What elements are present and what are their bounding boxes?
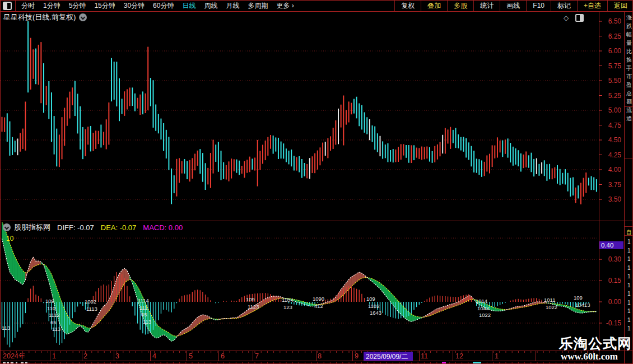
svg-text:8: 8 xyxy=(318,352,322,360)
svg-text:113: 113 xyxy=(52,326,60,332)
chart-title-row: 星星科技(日线.前复权) xyxy=(3,12,87,22)
svg-text:412: 412 xyxy=(314,303,323,309)
watermark-site-name: 乐淘公式网 xyxy=(559,337,632,351)
svg-text:1092: 1092 xyxy=(85,298,96,305)
layout-panel-icon[interactable] xyxy=(575,14,584,22)
svg-text:6.50: 6.50 xyxy=(608,17,622,25)
svg-text:12: 12 xyxy=(455,352,463,360)
svg-text:4: 4 xyxy=(152,352,156,360)
watermark: 乐淘公式网 www.60lt.com xyxy=(559,337,632,361)
svg-text:6.25: 6.25 xyxy=(608,32,622,40)
svg-text:0.40: 0.40 xyxy=(601,242,613,249)
svg-text:1113: 1113 xyxy=(86,306,97,312)
svg-text:6.00: 6.00 xyxy=(608,47,622,55)
period-button-9[interactable]: 多周期 xyxy=(248,1,268,11)
period-button-8[interactable]: 月线 xyxy=(226,1,239,11)
svg-text:0.30: 0.30 xyxy=(608,255,622,263)
window-icon[interactable] xyxy=(3,2,12,10)
svg-text:109: 109 xyxy=(246,296,255,302)
svg-text:65: 65 xyxy=(50,319,57,325)
svg-text:1643: 1643 xyxy=(370,310,381,316)
svg-text:1104: 1104 xyxy=(282,297,293,303)
indicator-field-0: DIFF: -0.07 xyxy=(57,223,94,232)
diamond-icon[interactable]: ◇ xyxy=(564,14,569,22)
indicator-name[interactable]: 股朋指标网 xyxy=(14,222,50,232)
svg-text:1: 1 xyxy=(495,352,499,360)
indicator-header: 股朋指标网 DIFF: -0.07DEA: -0.07MACD: 0.00 xyxy=(3,222,189,232)
svg-text:1090: 1090 xyxy=(313,296,324,302)
svg-text:4.75: 4.75 xyxy=(608,122,622,129)
trading-app-window: 1131091101112651131092111311141116511310… xyxy=(0,0,633,364)
right-strip-numbers: 11111111111 xyxy=(627,237,633,333)
action-button-2[interactable]: 多股 xyxy=(447,1,473,11)
right-strip-tab[interactable]: 自 xyxy=(626,228,632,236)
action-button-5[interactable]: F10 xyxy=(526,1,551,11)
svg-text:10413: 10413 xyxy=(575,302,590,308)
period-button-3[interactable]: 15分钟 xyxy=(94,1,115,11)
svg-text:1043: 1043 xyxy=(477,305,489,311)
period-buttons: 分时1分钟5分钟15分钟30分钟60分钟日线周线月线多周期更多 › xyxy=(15,1,302,11)
svg-text:4.25: 4.25 xyxy=(608,151,622,159)
svg-text:-0.15: -0.15 xyxy=(606,319,622,327)
svg-text:7: 7 xyxy=(255,352,259,360)
svg-text:5.25: 5.25 xyxy=(608,92,622,100)
svg-text:111: 111 xyxy=(139,305,147,311)
svg-text:2024年: 2024年 xyxy=(3,352,25,360)
svg-text:110: 110 xyxy=(47,305,55,311)
collapse-indicator-icon[interactable] xyxy=(3,223,11,231)
svg-text:10: 10 xyxy=(6,235,14,242)
action-button-8[interactable]: 返回 xyxy=(607,1,633,11)
svg-text:5.75: 5.75 xyxy=(608,62,622,70)
svg-text:9: 9 xyxy=(355,352,359,360)
svg-text:109: 109 xyxy=(366,296,375,302)
svg-text:1011: 1011 xyxy=(544,297,555,303)
action-button-1[interactable]: 叠加 xyxy=(421,1,447,11)
action-button-6[interactable]: 标记 xyxy=(551,1,577,11)
svg-text:4.50: 4.50 xyxy=(608,136,622,144)
action-button-4[interactable]: 画线 xyxy=(500,1,526,11)
indicator-values: DIFF: -0.07DEA: -0.07MACD: 0.00 xyxy=(57,223,189,232)
svg-text:1: 1 xyxy=(52,352,56,360)
svg-text:5: 5 xyxy=(189,352,193,360)
period-button-7[interactable]: 周线 xyxy=(204,1,217,11)
svg-text:3: 3 xyxy=(115,352,119,360)
period-button-5[interactable]: 60分钟 xyxy=(153,1,174,11)
period-button-4[interactable]: 30分钟 xyxy=(124,1,145,11)
svg-text:1114: 1114 xyxy=(138,297,149,304)
svg-text:0.15: 0.15 xyxy=(608,277,622,284)
svg-text:0.00: 0.00 xyxy=(608,298,622,306)
indicator-field-2: MACD: 0.00 xyxy=(143,223,183,232)
svg-text:109: 109 xyxy=(574,295,583,301)
chevron-down-icon[interactable] xyxy=(79,13,87,21)
period-button-6[interactable]: 日线 xyxy=(182,1,196,11)
svg-text:2025/09/09/二: 2025/09/09/二 xyxy=(366,353,408,361)
svg-text:1014: 1014 xyxy=(476,298,487,304)
svg-text:1102: 1102 xyxy=(368,303,379,309)
action-button-7[interactable]: +自选 xyxy=(577,1,607,11)
svg-text:6: 6 xyxy=(221,352,225,360)
right-side-strip[interactable]: 涨跌幅量比换手市盈总额流通 自 11111111111 xyxy=(624,11,633,364)
indicator-field-1: DEA: -0.07 xyxy=(101,223,137,232)
period-button-2[interactable]: 5分钟 xyxy=(69,1,86,11)
stock-title: 星星科技(日线.前复权) xyxy=(3,12,76,22)
action-button-3[interactable]: 统计 xyxy=(473,1,500,11)
chart-canvas: 1131091101112651131092111311141116511310… xyxy=(1,1,633,364)
svg-text:3.50: 3.50 xyxy=(608,195,622,203)
watermark-url: www.60lt.com xyxy=(561,352,632,361)
period-toolbar: 分时1分钟5分钟15分钟30分钟60分钟日线周线月线多周期更多 › xyxy=(1,1,302,11)
svg-text:123: 123 xyxy=(283,304,292,310)
action-button-0[interactable]: 复权 xyxy=(394,1,421,11)
svg-text:65: 65 xyxy=(141,311,147,318)
period-button-10[interactable]: 更多 › xyxy=(276,1,294,11)
svg-text:1123: 1123 xyxy=(248,304,259,310)
svg-text:1112: 1112 xyxy=(49,312,60,318)
svg-text:5.50: 5.50 xyxy=(608,77,622,85)
title-right-icons: ◇ xyxy=(564,14,584,22)
top-toolbar: 分时1分钟5分钟15分钟30分钟60分钟日线周线月线多周期更多 › 复权叠加多股… xyxy=(1,1,633,12)
svg-text:1022: 1022 xyxy=(546,304,557,310)
period-button-1[interactable]: 1分钟 xyxy=(43,1,60,11)
svg-text:4.00: 4.00 xyxy=(608,166,622,174)
period-button-0[interactable]: 分时 xyxy=(21,1,35,11)
svg-text:5.00: 5.00 xyxy=(608,106,622,114)
svg-text:113: 113 xyxy=(143,319,151,325)
